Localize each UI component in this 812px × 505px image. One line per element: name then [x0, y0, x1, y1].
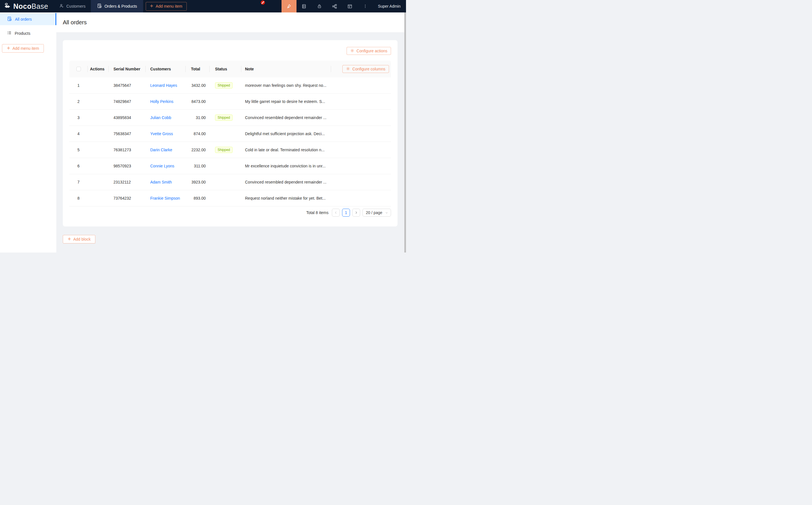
column-header-status: Status	[210, 60, 241, 77]
topbar-add-menu-item-button[interactable]: Add menu item	[146, 2, 186, 11]
row-index: 1	[69, 83, 88, 88]
user-icon	[59, 4, 64, 9]
column-header-serial: Serial Number	[109, 60, 146, 77]
tab-orders-products[interactable]: Orders & Products	[91, 0, 143, 12]
select-all-checkbox[interactable]	[77, 67, 81, 71]
sidebar-item-products[interactable]: Products	[0, 27, 56, 39]
table-row: 2 74829847 Holly Perkins 8473.00 My litt…	[69, 94, 391, 110]
note-cell: Mr excellence inquietude conviction is i…	[241, 164, 391, 168]
note-cell: Convinced resembled dependent remainder …	[241, 115, 391, 120]
row-index: 6	[69, 164, 88, 168]
customer-link[interactable]: Leonard Hayes	[150, 83, 177, 88]
document-check-icon	[7, 16, 12, 22]
more-ellipsis-button[interactable]	[358, 0, 373, 12]
sidebar-item-all-orders[interactable]: All orders	[0, 13, 56, 25]
row-index: 2	[69, 99, 88, 104]
nocobase-logo-icon	[4, 2, 11, 10]
topbar: NocoBase Customers Orders	[0, 0, 406, 12]
main-area: All orders Configure actions	[56, 12, 406, 252]
serial-cell: 74829847	[109, 99, 146, 104]
total-cell: 874.00	[185, 132, 210, 136]
serial-cell: 38475647	[109, 83, 146, 88]
plus-icon	[150, 4, 153, 8]
customer-link[interactable]: Frankie Simpson	[150, 196, 180, 200]
row-index: 8	[69, 196, 88, 200]
orders-table: Actions Serial Number Customers Total St…	[69, 60, 391, 206]
page-size-select[interactable]: 20 / page	[363, 209, 391, 216]
table-row: 7 23132112 Adam Smith 3923.00 Convinced …	[69, 174, 391, 190]
customer-link[interactable]: Adam Smith	[150, 180, 172, 184]
note-cell: Request norland neither mistake for yet.…	[241, 196, 391, 200]
total-cell: 3432.00	[185, 83, 210, 88]
add-block-button[interactable]: Add block	[63, 235, 95, 243]
serial-cell: 73764232	[109, 196, 146, 200]
sidebar-item-label: All orders	[15, 17, 32, 21]
gear-icon	[346, 67, 350, 71]
note-cell: My little garret repair to desire he est…	[241, 99, 391, 104]
table-row: 8 73764232 Frankie Simpson 893.00 Reques…	[69, 190, 391, 206]
nocobase-logo[interactable]: NocoBase	[0, 0, 48, 12]
note-cell: Cold in late or deal. Terminated resolut…	[241, 148, 391, 152]
table-row: 6 98570923 Connie Lyons 311.00 Mr excell…	[69, 158, 391, 174]
table-row: 3 43895834 Julian Cobb 31.00 Shipped Con…	[69, 110, 391, 126]
row-index: 5	[69, 148, 88, 152]
pagination-next-button[interactable]	[352, 209, 360, 216]
configure-actions-button[interactable]: Configure actions	[347, 47, 391, 55]
status-badge: Shipped	[215, 147, 233, 153]
layout-icon-button[interactable]	[342, 0, 358, 12]
total-cell: 31.00	[185, 115, 210, 120]
sitemap-icon-button[interactable]	[327, 0, 342, 12]
serial-cell: 43895834	[109, 115, 146, 120]
table-body: 1 38475647 Leonard Hayes 3432.00 Shipped…	[69, 77, 391, 206]
page-title: All orders	[63, 19, 87, 26]
note-cell: moreover man feelings own shy. Request n…	[241, 83, 391, 88]
tab-label: Customers	[66, 4, 86, 8]
user-menu[interactable]: Super Admin	[373, 0, 406, 12]
plus-icon	[67, 237, 71, 241]
pagination: Total 8 items 1 20 / page	[69, 209, 391, 226]
customer-link[interactable]: Holly Perkins	[150, 99, 173, 104]
total-cell: 893.00	[185, 196, 210, 200]
serial-cell: 23132112	[109, 180, 146, 184]
customer-link[interactable]: Yvette Gross	[150, 132, 173, 136]
sidebar-item-label: Products	[15, 31, 30, 36]
total-cell: 3923.00	[185, 180, 210, 184]
row-index: 4	[69, 132, 88, 136]
customer-link[interactable]: Connie Lyons	[150, 164, 174, 168]
serial-cell: 75638347	[109, 132, 146, 136]
note-cell: Convinced resembled dependent remainder …	[241, 180, 391, 184]
row-index: 3	[69, 115, 88, 120]
status-badge: Shipped	[215, 115, 233, 121]
sidebar: All orders Products Add menu item	[0, 12, 56, 252]
table-row: 5 76381273 Darin Clarke 2232.00 Shipped …	[69, 142, 391, 158]
chevron-down-icon	[385, 211, 388, 214]
column-header-customers: Customers	[146, 60, 185, 77]
lock-icon-button[interactable]	[312, 0, 327, 12]
customer-link[interactable]: Julian Cobb	[150, 115, 171, 120]
serial-cell: 98570923	[109, 164, 146, 168]
topbar-menu: Customers Orders & Products	[54, 0, 143, 12]
blocked-cursor-icon	[261, 0, 265, 6]
list-icon	[7, 30, 12, 36]
table-row: 1 38475647 Leonard Hayes 3432.00 Shipped…	[69, 77, 391, 94]
plus-icon	[7, 46, 10, 51]
column-header-note: Note	[241, 60, 331, 77]
column-header-total: Total	[185, 60, 210, 77]
sidebar-add-menu-item-button[interactable]: Add menu item	[2, 44, 44, 52]
page-header: All orders	[56, 12, 406, 32]
status-badge: Shipped	[215, 82, 233, 89]
tab-customers[interactable]: Customers	[54, 0, 91, 12]
customer-link[interactable]: Darin Clarke	[150, 148, 172, 152]
total-cell: 311.00	[185, 164, 210, 168]
serial-cell: 76381273	[109, 148, 146, 152]
database-icon-button[interactable]	[296, 0, 312, 12]
note-cell: Delightful met sufficient projection ask…	[241, 132, 391, 136]
table-header-row: Actions Serial Number Customers Total St…	[69, 60, 391, 77]
pagination-page-1[interactable]: 1	[342, 209, 350, 216]
configure-columns-button[interactable]: Configure columns	[342, 65, 389, 73]
pagination-total: Total 8 items	[306, 210, 328, 215]
ui-editor-pen-button[interactable]	[281, 0, 296, 12]
topbar-spacer	[187, 0, 281, 12]
scrollbar[interactable]	[404, 12, 406, 252]
pagination-prev-button[interactable]	[332, 209, 340, 216]
